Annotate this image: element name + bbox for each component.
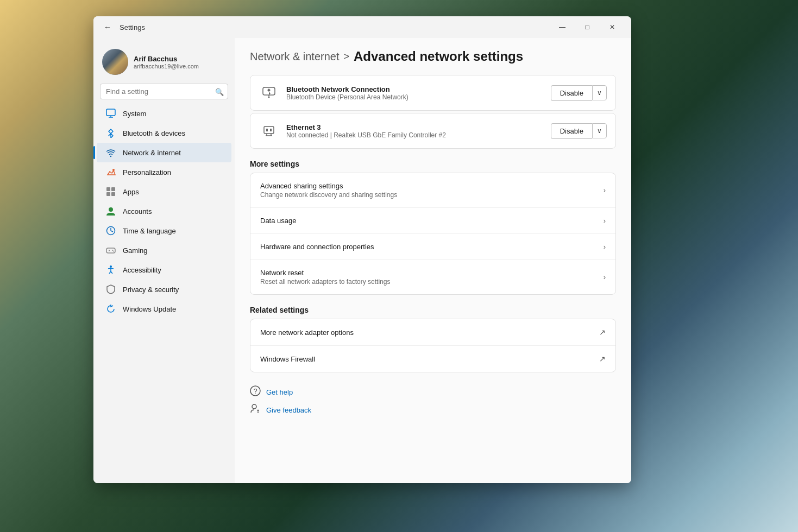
breadcrumb: Network & internet > Advanced network se… (250, 49, 616, 64)
back-button[interactable]: ← (100, 20, 115, 35)
nav-item-accounts[interactable]: Accounts (97, 201, 231, 221)
svg-point-4 (112, 169, 115, 171)
bluetooth-chevron-btn[interactable]: ∨ (592, 85, 607, 100)
nav-item-network[interactable]: Network & internet (97, 143, 231, 162)
search-input[interactable] (100, 84, 228, 99)
profile-info: Arif Bacchus arifbacchus19@live.com (134, 55, 199, 69)
nav-item-system[interactable]: System (97, 104, 231, 123)
svg-rect-0 (106, 109, 115, 116)
personalization-icon (105, 167, 116, 178)
nav-label-apps: Apps (123, 188, 139, 196)
system-icon (105, 108, 116, 119)
nav-item-privacy[interactable]: Privacy & security (97, 280, 231, 299)
nav-label-system: System (123, 110, 146, 118)
hardware-arrow: › (604, 243, 606, 251)
adapter-options-title: More network adapter options (260, 328, 593, 337)
close-button[interactable]: ✕ (600, 18, 625, 36)
nav-label-network: Network & internet (123, 149, 181, 157)
get-help-label: Get help (266, 388, 293, 396)
firewall-text: Windows Firewall (260, 355, 593, 363)
settings-item-firewall[interactable]: Windows Firewall ↗ (250, 346, 615, 372)
svg-point-16 (112, 250, 113, 251)
advanced-sharing-text: Advanced sharing settings Change network… (260, 182, 597, 199)
settings-window: ← Settings — □ ✕ Arif Bacchus arifbacchu… (93, 16, 631, 483)
disable-ethernet3-btn[interactable]: Disable (551, 123, 592, 139)
svg-rect-26 (266, 129, 268, 131)
adapter-card-ethernet3: Ethernet 3 Not connected | Realtek USB G… (250, 113, 616, 149)
apps-icon (105, 186, 116, 197)
svg-rect-27 (270, 129, 272, 131)
app-title: Settings (120, 23, 145, 31)
adapter-ethernet3-info: Ethernet 3 Not connected | Realtek USB G… (286, 123, 543, 139)
settings-item-data-usage[interactable]: Data usage › (250, 208, 615, 234)
svg-rect-13 (106, 248, 115, 253)
profile-section: Arif Bacchus arifbacchus19@live.com (93, 42, 235, 84)
accessibility-icon (105, 264, 116, 275)
network-reset-text: Network reset Reset all network adapters… (260, 269, 597, 286)
more-settings-title: More settings (250, 160, 616, 168)
disable-bluetooth-btn[interactable]: Disable (551, 85, 592, 101)
maximize-button[interactable]: □ (575, 18, 600, 36)
network-icon (105, 147, 116, 158)
nav-item-time[interactable]: Time & language (97, 221, 231, 240)
nav-label-bluetooth: Bluetooth & devices (123, 129, 185, 137)
svg-point-30 (252, 404, 256, 409)
nav-item-personalization[interactable]: Personalization (97, 162, 231, 182)
update-icon (105, 303, 116, 314)
adapter-ethernet3-name: Ethernet 3 (286, 123, 543, 131)
adapter-ethernet3-actions: Disable ∨ (551, 123, 607, 139)
get-help-link[interactable]: ? Get help (250, 385, 616, 399)
adapter-ethernet3-desc: Not connected | Realtek USB GbE Family C… (286, 131, 543, 139)
nav-item-update[interactable]: Windows Update (97, 299, 231, 319)
adapter-bluetooth-name: Bluetooth Network Connection (286, 85, 543, 93)
gaming-icon (105, 245, 116, 256)
nav-item-gaming[interactable]: Gaming (97, 240, 231, 260)
adapter-options-external-icon: ↗ (599, 328, 606, 337)
window-controls: — □ ✕ (550, 18, 625, 36)
related-settings-list: More network adapter options ↗ Windows F… (250, 319, 616, 372)
nav-item-accessibility[interactable]: Accessibility (97, 260, 231, 280)
avatar-image (102, 49, 128, 75)
profile-email: arifbacchus19@live.com (134, 63, 199, 69)
data-usage-text: Data usage (260, 217, 597, 225)
minimize-button[interactable]: — (550, 18, 575, 36)
settings-item-network-reset[interactable]: Network reset Reset all network adapters… (250, 260, 615, 294)
settings-item-advanced-sharing[interactable]: Advanced sharing settings Change network… (250, 173, 615, 208)
accounts-icon (105, 206, 116, 217)
breadcrumb-parent: Network & internet (250, 50, 340, 63)
nav-label-accounts: Accounts (123, 207, 152, 216)
nav-item-bluetooth[interactable]: Bluetooth & devices (97, 123, 231, 143)
data-usage-arrow: › (604, 217, 606, 225)
give-feedback-link[interactable]: Give feedback (250, 403, 616, 417)
hardware-title: Hardware and connection properties (260, 243, 597, 251)
ethernet3-chevron-btn[interactable]: ∨ (592, 123, 607, 138)
nav-label-time: Time & language (123, 227, 176, 235)
settings-item-hardware[interactable]: Hardware and connection properties › (250, 234, 615, 260)
svg-rect-22 (264, 126, 274, 134)
svg-point-3 (110, 156, 111, 157)
advanced-sharing-title: Advanced sharing settings (260, 182, 597, 190)
nav-label-privacy: Privacy & security (123, 286, 179, 294)
svg-point-18 (110, 265, 112, 268)
svg-point-17 (113, 251, 114, 252)
settings-item-adapter-options[interactable]: More network adapter options ↗ (250, 319, 615, 346)
nav-label-update: Windows Update (123, 305, 176, 313)
svg-rect-8 (111, 192, 115, 196)
search-box: 🔍 (100, 84, 228, 99)
search-icon: 🔍 (215, 87, 224, 96)
adapter-options-text: More network adapter options (260, 328, 593, 337)
nav-item-apps[interactable]: Apps (97, 182, 231, 201)
nav-label-accessibility: Accessibility (123, 266, 161, 274)
nav-label-gaming: Gaming (123, 246, 148, 255)
svg-point-9 (109, 207, 113, 212)
svg-point-20 (268, 97, 270, 98)
network-reset-title: Network reset (260, 269, 597, 277)
sidebar: Arif Bacchus arifbacchus19@live.com 🔍 Sy… (93, 38, 235, 483)
avatar (102, 49, 128, 75)
profile-name: Arif Bacchus (134, 55, 199, 63)
bluetooth-icon (105, 128, 116, 138)
network-reset-desc: Reset all network adapters to factory se… (260, 278, 597, 286)
svg-point-31 (257, 410, 259, 411)
network-reset-arrow: › (604, 273, 606, 281)
adapter-bluetooth-info: Bluetooth Network Connection Bluetooth D… (286, 85, 543, 101)
